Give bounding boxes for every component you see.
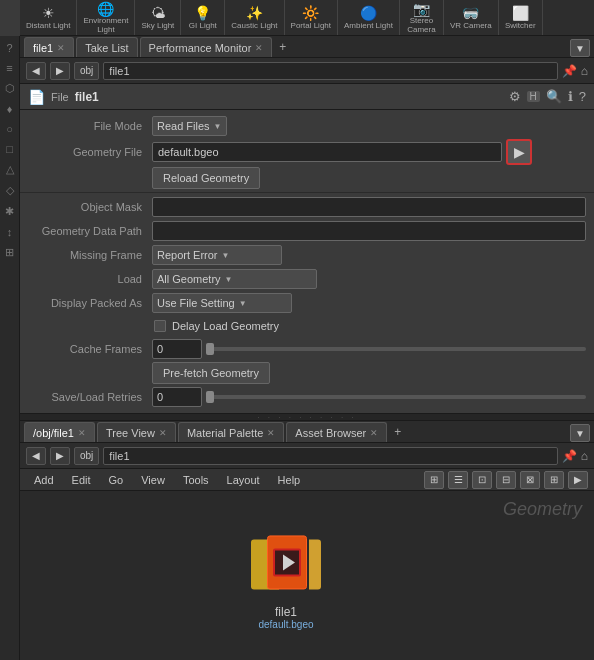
reload-geometry-button[interactable]: Reload Geometry — [152, 167, 260, 189]
home-icon[interactable]: ⌂ — [581, 64, 588, 78]
toolbar-btn-3[interactable]: ⊡ — [472, 471, 492, 489]
menu-add[interactable]: Add — [26, 472, 62, 488]
toolbar-vr-camera[interactable]: 🥽 VR Camera — [444, 0, 499, 36]
object-mask-input[interactable] — [152, 197, 586, 217]
load-select[interactable]: All Geometry ▼ — [152, 269, 317, 289]
bottom-path-input[interactable] — [103, 447, 557, 465]
left-icon-misc[interactable]: ✱ — [3, 203, 16, 220]
menu-tools[interactable]: Tools — [175, 472, 217, 488]
browse-icon: ▶ — [514, 144, 525, 160]
toolbar-ambient-light[interactable]: 🔵 Ambient Light — [338, 0, 400, 36]
toolbar-sky-light[interactable]: 🌤 Sky Light — [135, 0, 181, 36]
display-packed-select[interactable]: Use File Setting ▼ — [152, 293, 292, 313]
tab-perf-monitor[interactable]: Performance Monitor ✕ — [140, 37, 273, 57]
tab-take-list-label: Take List — [85, 42, 128, 54]
bottom-tab-menu-btn[interactable]: ▼ — [570, 424, 590, 442]
left-icon-grid[interactable]: ⊞ — [3, 244, 16, 261]
toolbar-btn-5[interactable]: ⊠ — [520, 471, 540, 489]
browse-button[interactable]: ▶ — [506, 139, 532, 165]
tab-add-button[interactable]: + — [274, 37, 291, 57]
left-icon-geo[interactable]: ⬡ — [3, 80, 17, 97]
tab-asset-browser-close[interactable]: ✕ — [370, 428, 378, 438]
geometry-view-label: Geometry — [503, 499, 582, 520]
toolbar-stereo-camera[interactable]: 📷 StereoCamera — [400, 0, 444, 36]
geometry-file-input[interactable] — [152, 142, 502, 162]
tab-asset-browser[interactable]: Asset Browser ✕ — [286, 422, 387, 442]
obj-button[interactable]: obj — [74, 62, 99, 80]
distant-light-label: Distant Light — [26, 22, 70, 31]
save-load-input[interactable] — [152, 387, 202, 407]
cache-frames-slider[interactable] — [206, 347, 586, 351]
toolbar-btn-6[interactable]: ⊞ — [544, 471, 564, 489]
tab-material-palette[interactable]: Material Palette ✕ — [178, 422, 284, 442]
cache-frames-thumb[interactable] — [206, 343, 214, 355]
help-icon[interactable]: ? — [579, 89, 586, 104]
distant-light-icon: ☀ — [39, 4, 57, 22]
save-load-thumb[interactable] — [206, 391, 214, 403]
delay-load-checkbox[interactable] — [154, 320, 166, 332]
settings-icon[interactable]: ⚙ — [509, 89, 521, 104]
geometry-view: Geometry file1 — [20, 491, 594, 660]
bottom-nav-forward[interactable]: ▶ — [50, 447, 70, 465]
geo-data-path-input[interactable] — [152, 221, 586, 241]
h-button[interactable]: H — [527, 91, 540, 102]
toolbar-btn-1[interactable]: ⊞ — [424, 471, 444, 489]
tab-perf-monitor-label: Performance Monitor — [149, 42, 252, 54]
geometry-item[interactable]: file1 default.bgeo — [251, 531, 321, 630]
menu-layout[interactable]: Layout — [219, 472, 268, 488]
left-icon-layout[interactable]: ↕ — [5, 224, 15, 240]
info-icon[interactable]: ℹ — [568, 89, 573, 104]
toolbar-btn-7[interactable]: ▶ — [568, 471, 588, 489]
toolbar-portal-light[interactable]: 🔆 Portal Light — [285, 0, 338, 36]
toolbar-distant-light[interactable]: ☀ Distant Light — [20, 0, 77, 36]
tab-take-list[interactable]: Take List — [76, 37, 137, 57]
toolbar-env-light[interactable]: 🌐 EnvironmentLight — [77, 0, 135, 36]
missing-frame-row: Missing Frame Report Error ▼ — [20, 243, 594, 267]
left-icon-menu[interactable]: ≡ — [4, 60, 14, 76]
file-mode-row: File Mode Read Files ▼ — [20, 114, 594, 138]
load-label: Load — [28, 273, 148, 285]
left-icon-render[interactable]: □ — [4, 141, 15, 157]
tab-file1[interactable]: file1 ✕ — [24, 37, 74, 57]
left-icon-obj[interactable]: ○ — [4, 121, 15, 137]
nav-back-button[interactable]: ◀ — [26, 62, 46, 80]
left-icon-mat[interactable]: ♦ — [5, 101, 15, 117]
toolbar-btn-4[interactable]: ⊟ — [496, 471, 516, 489]
vr-camera-icon: 🥽 — [462, 4, 480, 22]
tab-obj-file1-close[interactable]: ✕ — [78, 428, 86, 438]
bottom-pin-icon[interactable]: 📌 — [562, 449, 577, 463]
tab-tree-view-close[interactable]: ✕ — [159, 428, 167, 438]
path-input[interactable] — [103, 62, 557, 80]
bottom-obj-button[interactable]: obj — [74, 447, 99, 465]
left-icon-anim[interactable]: △ — [4, 161, 16, 178]
menu-edit[interactable]: Edit — [64, 472, 99, 488]
toolbar-switcher[interactable]: ⬜ Switcher — [499, 0, 543, 36]
cache-frames-input[interactable] — [152, 339, 202, 359]
nav-forward-button[interactable]: ▶ — [50, 62, 70, 80]
menu-go[interactable]: Go — [101, 472, 132, 488]
bottom-tab-add[interactable]: + — [389, 422, 406, 442]
tab-obj-file1[interactable]: /obj/file1 ✕ — [24, 422, 95, 442]
menu-help[interactable]: Help — [270, 472, 309, 488]
left-icon-help[interactable]: ? — [4, 40, 14, 56]
file-icon: 📄 — [28, 89, 45, 105]
toolbar-caustic-light[interactable]: ✨ Caustic Light — [225, 0, 284, 36]
toolbar-btn-2[interactable]: ☰ — [448, 471, 468, 489]
tab-tree-view[interactable]: Tree View ✕ — [97, 422, 176, 442]
save-load-slider[interactable] — [206, 395, 586, 399]
tab-menu-btn[interactable]: ▼ — [570, 39, 590, 57]
cache-frames-row: Cache Frames — [20, 337, 594, 361]
missing-frame-select[interactable]: Report Error ▼ — [152, 245, 282, 265]
tab-file1-close[interactable]: ✕ — [57, 43, 65, 53]
pre-fetch-button[interactable]: Pre-fetch Geometry — [152, 362, 270, 384]
bottom-home-icon[interactable]: ⌂ — [581, 449, 588, 463]
zoom-icon[interactable]: 🔍 — [546, 89, 562, 104]
tab-perf-close[interactable]: ✕ — [255, 43, 263, 53]
left-icon-fx[interactable]: ◇ — [4, 182, 16, 199]
pin-icon[interactable]: 📌 — [562, 64, 577, 78]
menu-view[interactable]: View — [133, 472, 173, 488]
file-mode-select[interactable]: Read Files ▼ — [152, 116, 227, 136]
toolbar-gi-light[interactable]: 💡 GI Light — [181, 0, 225, 36]
tab-material-palette-close[interactable]: ✕ — [267, 428, 275, 438]
bottom-nav-back[interactable]: ◀ — [26, 447, 46, 465]
